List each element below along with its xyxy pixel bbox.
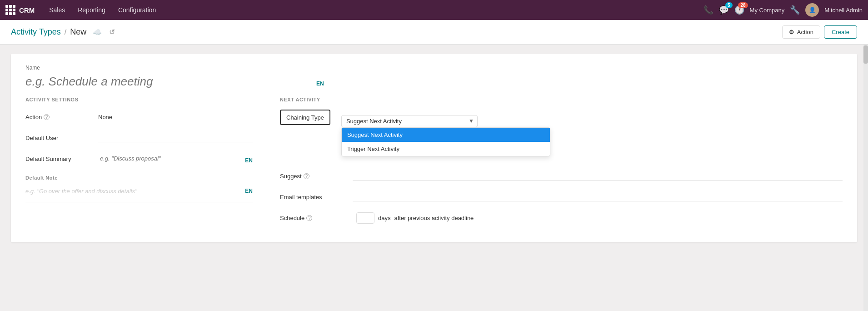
phone-icon: 📞 <box>703 5 713 15</box>
clock-badge: 28 <box>738 2 748 8</box>
default-summary-row: Default Summary EN <box>25 151 253 166</box>
form-card: Name EN ACTIVITY SETTINGS Action ? None <box>11 54 857 242</box>
nav-menu: Sales Reporting Configuration <box>44 5 694 15</box>
breadcrumb-parent[interactable]: Activity Types <box>11 27 61 37</box>
schedule-days-input[interactable]: 0 <box>356 212 374 224</box>
tools-icon[interactable]: 🔧 <box>790 5 800 15</box>
breadcrumb-separator: / <box>65 28 66 36</box>
reset-icon[interactable]: ↺ <box>107 26 117 38</box>
breadcrumb-current: New <box>70 27 86 37</box>
nav-item-reporting[interactable]: Reporting <box>72 5 111 15</box>
user-avatar[interactable]: 👤 <box>805 3 819 17</box>
main-content: Name EN ACTIVITY SETTINGS Action ? None <box>0 45 868 311</box>
schedule-label: Schedule ? <box>280 215 353 221</box>
action-row: Action ? None <box>25 110 253 124</box>
suggest-row: Suggest ? <box>280 169 843 183</box>
upload-icon[interactable]: ☁️ <box>91 26 104 38</box>
email-templates-row: Email templates <box>280 190 843 204</box>
schedule-row: Schedule ? 0 days after previous activit… <box>280 211 843 225</box>
activity-settings-title: ACTIVITY SETTINGS <box>25 97 253 102</box>
phone-icon-btn[interactable]: 📞 <box>703 5 713 15</box>
user-name[interactable]: Mitchell Admin <box>824 7 863 14</box>
action-value: None <box>98 114 253 120</box>
email-templates-input[interactable] <box>353 192 843 201</box>
default-user-row: Default User <box>25 130 253 145</box>
default-note-section: Default Note e.g. "Go over the offer and… <box>25 175 253 202</box>
name-input[interactable] <box>25 73 298 90</box>
summary-en-badge[interactable]: EN <box>245 157 253 164</box>
schedule-unit: days <box>378 215 390 221</box>
action-help-icon[interactable]: ? <box>44 114 50 120</box>
default-summary-label: Default Summary <box>25 156 98 162</box>
default-summary-input[interactable] <box>98 154 241 163</box>
dropdown-suggest-next[interactable]: Suggest Next Activity <box>342 128 550 142</box>
name-field-row: Name EN <box>25 65 843 90</box>
chat-badge: 5 <box>725 2 733 8</box>
name-label: Name <box>25 65 843 71</box>
suggest-label: Suggest ? <box>280 173 353 180</box>
two-column-layout: ACTIVITY SETTINGS Action ? None Default … <box>25 97 843 231</box>
chaining-type-select-wrapper: Suggest Next Activity ▼ Suggest Next Act… <box>341 115 478 127</box>
note-en-badge[interactable]: EN <box>245 188 253 194</box>
breadcrumb-bar: Activity Types / New ☁️ ↺ ⚙ Action Creat… <box>0 20 868 45</box>
action-button[interactable]: ⚙ Action <box>782 25 820 39</box>
nav-right: 📞 💬 5 🕐 28 My Company 🔧 👤 Mitchell Admin <box>703 3 863 17</box>
chaining-type-select[interactable]: Suggest Next Activity <box>341 115 478 127</box>
schedule-help-icon[interactable]: ? <box>306 215 312 221</box>
suggest-help-icon[interactable]: ? <box>304 173 309 179</box>
chaining-type-dropdown: Suggest Next Activity Trigger Next Activ… <box>341 127 550 156</box>
dropdown-trigger-next[interactable]: Trigger Next Activity <box>342 142 550 156</box>
schedule-description: after previous activity deadline <box>394 215 474 221</box>
scrollbar-thumb[interactable] <box>863 45 868 64</box>
breadcrumb: Activity Types / New <box>11 27 86 37</box>
avatar-image: 👤 <box>809 7 816 13</box>
action-label: Action <box>797 29 813 35</box>
company-selector[interactable]: My Company <box>750 7 785 14</box>
default-user-input[interactable] <box>98 133 253 142</box>
next-activity-column: NEXT ACTIVITY Chaining Type Suggest Next… <box>280 97 843 231</box>
activity-settings-column: ACTIVITY SETTINGS Action ? None Default … <box>25 97 253 231</box>
action-gear-icon: ⚙ <box>789 29 794 35</box>
chaining-type-row: Chaining Type Suggest Next Activity ▼ Su… <box>280 110 843 132</box>
nav-item-configuration[interactable]: Configuration <box>113 5 161 15</box>
scrollbar[interactable] <box>863 45 868 311</box>
default-note-input[interactable]: e.g. "Go over the offer and discuss deta… <box>25 184 137 198</box>
default-user-label: Default User <box>25 135 98 141</box>
nav-item-sales[interactable]: Sales <box>44 5 70 15</box>
clock-icon-btn[interactable]: 🕐 28 <box>734 5 744 15</box>
action-label: Action ? <box>25 114 98 120</box>
app-name: CRM <box>19 6 35 14</box>
suggest-input[interactable] <box>353 171 843 181</box>
chaining-type-box: Chaining Type <box>280 110 330 125</box>
app-logo[interactable]: CRM <box>5 5 35 15</box>
chaining-type-label: Chaining Type <box>286 114 324 121</box>
name-en-badge[interactable]: EN <box>316 80 324 87</box>
next-activity-title: NEXT ACTIVITY <box>280 97 843 102</box>
top-navigation: CRM Sales Reporting Configuration 📞 💬 5 … <box>0 0 868 20</box>
default-note-label: Default Note <box>25 175 253 181</box>
email-templates-label: Email templates <box>280 194 353 201</box>
breadcrumb-actions: ☁️ ↺ <box>91 26 117 38</box>
create-button[interactable]: Create <box>824 25 857 39</box>
grid-icon <box>5 5 15 15</box>
chat-icon-btn[interactable]: 💬 5 <box>719 5 729 15</box>
right-actions: ⚙ Action Create <box>782 25 857 39</box>
